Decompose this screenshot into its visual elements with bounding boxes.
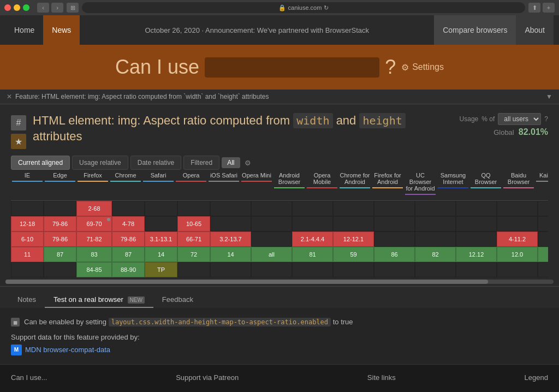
version-cell[interactable]: [145, 216, 177, 231]
version-cell-opera-mobile-current[interactable]: 59: [333, 247, 374, 262]
maximize-button[interactable]: [23, 4, 29, 11]
settings-link[interactable]: ⚙ Settings: [401, 62, 444, 73]
filter-icon[interactable]: ▼: [546, 93, 552, 100]
version-cell[interactable]: [292, 262, 333, 277]
version-cell[interactable]: [415, 201, 456, 216]
version-cell[interactable]: [210, 216, 251, 231]
version-cell-chrome-android-current[interactable]: 86: [374, 247, 415, 262]
version-cell[interactable]: 4-78: [112, 216, 145, 231]
tab-date-relative[interactable]: Date relative: [130, 156, 181, 170]
version-cell-firefox-android-current[interactable]: 82: [415, 247, 456, 262]
nav-compare[interactable]: Compare browsers: [434, 15, 516, 45]
usage-help-icon[interactable]: ?: [544, 115, 548, 123]
nav-about[interactable]: About: [516, 15, 554, 45]
version-cell-firefox-current[interactable]: 83: [76, 247, 112, 262]
version-cell[interactable]: [456, 262, 497, 277]
version-cell[interactable]: [456, 231, 497, 247]
address-bar[interactable]: 🔒 caniuse.com ↻: [82, 2, 525, 13]
version-cell[interactable]: [374, 262, 415, 277]
version-cell[interactable]: [333, 262, 374, 277]
nav-home[interactable]: Home: [5, 15, 43, 45]
version-cell-edge-current[interactable]: 87: [44, 247, 76, 262]
version-cell[interactable]: [415, 262, 456, 277]
version-cell[interactable]: [44, 201, 76, 216]
tab-notes[interactable]: Notes: [9, 292, 45, 308]
version-cell[interactable]: [11, 262, 44, 277]
version-cell[interactable]: 2-68: [76, 201, 112, 216]
version-cell-ios-current[interactable]: 14: [210, 247, 251, 262]
version-cell[interactable]: [333, 201, 374, 216]
version-cell[interactable]: [415, 216, 456, 231]
version-cell[interactable]: 4-11.2: [497, 231, 538, 247]
version-cell-android-current[interactable]: 81: [292, 247, 333, 262]
tab-all[interactable]: All: [222, 157, 240, 168]
version-cell[interactable]: [497, 201, 538, 216]
version-cell[interactable]: [145, 201, 177, 216]
version-cell[interactable]: [456, 216, 497, 231]
version-cell-uc-current[interactable]: 12.12: [456, 247, 497, 262]
version-cell[interactable]: 88-90: [112, 262, 145, 277]
version-cell[interactable]: [415, 231, 456, 247]
version-cell-qq-current[interactable]: 10.4: [538, 247, 548, 262]
version-cell[interactable]: [538, 201, 548, 216]
version-cell[interactable]: 12-12.1: [333, 231, 374, 247]
version-cell[interactable]: [538, 231, 548, 247]
version-cell[interactable]: 10-65: [177, 216, 210, 231]
version-cell[interactable]: [456, 201, 497, 216]
version-cell-safari-current[interactable]: 14: [145, 247, 177, 262]
version-cell[interactable]: [251, 216, 292, 231]
version-cell-ie-current[interactable]: 11: [11, 247, 44, 262]
minimize-button[interactable]: [14, 4, 20, 11]
version-cell[interactable]: [210, 201, 251, 216]
version-cell[interactable]: 3.1-13.1: [145, 231, 177, 247]
version-cell[interactable]: [44, 262, 76, 277]
tab-usage-relative[interactable]: Usage relative: [72, 156, 128, 170]
version-cell[interactable]: 79-86: [44, 216, 76, 231]
version-cell[interactable]: [374, 231, 415, 247]
version-cell[interactable]: [11, 201, 44, 216]
version-cell[interactable]: [374, 216, 415, 231]
version-cell[interactable]: 84-85: [76, 262, 112, 277]
version-cell[interactable]: [538, 262, 548, 277]
version-cell-opera-current[interactable]: 72: [177, 247, 210, 262]
feature-search-input[interactable]: [205, 57, 379, 78]
reload-icon[interactable]: ↻: [324, 4, 329, 11]
mdn-badge[interactable]: M MDN browser-compat-data: [11, 345, 548, 355]
breadcrumb-close[interactable]: ✕: [7, 93, 12, 100]
tab-feedback[interactable]: Feedback: [153, 292, 202, 308]
version-cell[interactable]: [112, 201, 145, 216]
version-cell[interactable]: [374, 201, 415, 216]
version-cell[interactable]: [292, 201, 333, 216]
star-icon[interactable]: ★: [11, 134, 26, 149]
version-cell[interactable]: [177, 201, 210, 216]
version-cell[interactable]: [333, 216, 374, 231]
version-cell[interactable]: [251, 231, 292, 247]
version-cell[interactable]: 79-86: [44, 231, 76, 247]
version-cell[interactable]: 12-18: [11, 216, 44, 231]
version-cell[interactable]: 71-82: [76, 231, 112, 247]
back-button[interactable]: ‹: [37, 3, 49, 13]
version-cell-chrome-current[interactable]: 87: [112, 247, 145, 262]
version-cell[interactable]: 79-86: [112, 231, 145, 247]
version-cell-samsung-current[interactable]: 12.0: [497, 247, 538, 262]
tab-current-aligned[interactable]: Current aligned: [11, 156, 70, 170]
usage-select[interactable]: all users: [498, 113, 541, 125]
tab-overview-button[interactable]: ⊞: [67, 3, 79, 13]
nav-news[interactable]: News: [43, 15, 80, 45]
tab-filtered[interactable]: Filtered: [183, 156, 219, 170]
close-button[interactable]: [4, 4, 11, 11]
version-cell[interactable]: [251, 262, 292, 277]
version-cell[interactable]: 2.1-4.4.4: [292, 231, 333, 247]
version-cell[interactable]: 69-70: [76, 216, 112, 231]
version-cell[interactable]: [251, 201, 292, 216]
version-cell[interactable]: TP: [145, 262, 177, 277]
version-cell[interactable]: [210, 262, 251, 277]
horizontal-scrollbar[interactable]: [0, 277, 559, 286]
version-cell[interactable]: 6-10: [11, 231, 44, 247]
footer-support[interactable]: Support via Patreon: [176, 373, 239, 382]
version-cell[interactable]: [538, 216, 548, 231]
version-cell[interactable]: [292, 216, 333, 231]
version-cell[interactable]: [177, 262, 210, 277]
forward-button[interactable]: ›: [51, 3, 63, 13]
version-cell[interactable]: 3.2-13.7: [210, 231, 251, 247]
